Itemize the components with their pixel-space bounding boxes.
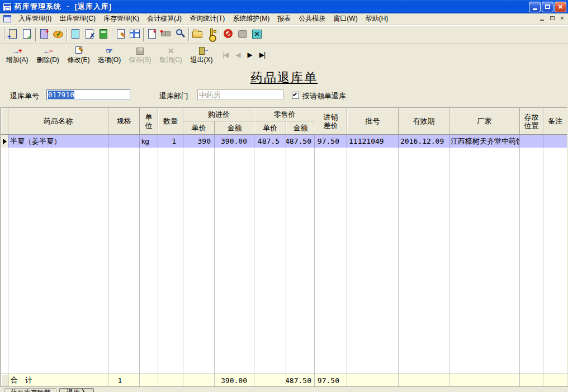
toolbar-drag-handle[interactable] bbox=[3, 29, 4, 41]
footer-empty-cell bbox=[140, 374, 158, 386]
header-qty: 数量 bbox=[158, 108, 183, 134]
find-record-icon[interactable]: ● bbox=[159, 27, 173, 41]
modify-button[interactable]: ✎ 修改(E) bbox=[63, 44, 94, 65]
header-retail-amount: 金额 bbox=[286, 121, 315, 134]
mdi-minimize-button[interactable] bbox=[538, 15, 546, 22]
key-icon[interactable] bbox=[205, 27, 219, 41]
footer-empty-cell bbox=[520, 374, 543, 386]
cell-retail-price[interactable]: 487.5 bbox=[254, 135, 286, 148]
approve-doc-icon[interactable]: ✓ bbox=[20, 27, 34, 41]
delete-button[interactable]: ←− 删除(D) bbox=[32, 44, 63, 65]
header-note: 备注 bbox=[543, 108, 567, 134]
menu-inventory[interactable]: 库存管理(K) bbox=[100, 13, 143, 24]
toolbar-separator bbox=[220, 28, 221, 41]
footer-retail-amount-total: 487.50 bbox=[286, 374, 315, 386]
cell-purchase-price[interactable]: 390 bbox=[183, 135, 215, 148]
menu-report[interactable]: 报表 bbox=[273, 13, 295, 24]
mdi-restore-button[interactable] bbox=[548, 15, 556, 22]
copy-doc-icon[interactable] bbox=[69, 27, 83, 41]
mdi-child-icon bbox=[3, 15, 11, 22]
status-bar: 药品库存预警 退库入库 bbox=[0, 386, 568, 392]
toolbar-separator bbox=[67, 28, 68, 41]
add-record-icon[interactable]: + bbox=[37, 27, 51, 41]
menu-outbound[interactable]: 出库管理(C) bbox=[55, 13, 100, 24]
forbid-icon[interactable] bbox=[222, 27, 236, 41]
mdi-close-button[interactable]: × bbox=[558, 15, 566, 22]
nav-prior-button[interactable]: ◀ bbox=[235, 51, 240, 59]
row-selector-cell bbox=[1, 135, 8, 148]
toolbar-separator bbox=[143, 28, 144, 41]
cell-note[interactable] bbox=[543, 135, 567, 148]
body-column bbox=[158, 148, 183, 374]
close-window-icon[interactable]: ✕ bbox=[250, 27, 264, 41]
cell-maker[interactable]: 江西樟树天齐堂中药饮 bbox=[449, 135, 520, 148]
close-button[interactable]: ✕ bbox=[555, 2, 566, 12]
body-column bbox=[215, 148, 254, 374]
cell-purchase-amount[interactable]: 390.00 bbox=[215, 135, 254, 148]
cell-diff[interactable]: 97.50 bbox=[315, 135, 347, 148]
action-toolbar: →+ 增加(A) ←− 删除(D) ✎ 修改(E) ☞ 选项(O) 保存(S) … bbox=[0, 43, 568, 65]
cell-retail-amount[interactable]: 487.50 bbox=[286, 135, 315, 148]
data-grid-icon[interactable] bbox=[128, 27, 142, 41]
footer-empty-cell bbox=[543, 374, 567, 386]
modify-icon: ✎ bbox=[75, 46, 82, 56]
exit-button[interactable]: 退出(X) bbox=[186, 44, 217, 65]
minimize-button[interactable] bbox=[529, 2, 541, 12]
menu-window[interactable]: 窗口(W) bbox=[329, 13, 361, 24]
current-row-arrow-icon bbox=[3, 139, 7, 144]
footer-purchase-amount-total: 390.00 bbox=[215, 374, 254, 386]
cell-name[interactable]: 半夏（姜半夏） bbox=[8, 135, 108, 148]
menu-maintenance[interactable]: 系统维护(M) bbox=[229, 13, 273, 24]
confirm-icon[interactable]: ✓ bbox=[51, 27, 65, 41]
search-icon[interactable] bbox=[173, 27, 187, 41]
toolbar-separator bbox=[35, 28, 36, 41]
body-column bbox=[399, 148, 449, 374]
open-folder-icon[interactable] bbox=[191, 27, 205, 41]
nav-last-button[interactable]: ▶| bbox=[259, 51, 265, 59]
return-by-request-label: 按请领单退库 bbox=[302, 91, 346, 101]
options-button[interactable]: ☞ 选项(O) bbox=[94, 44, 125, 65]
add-doc-icon[interactable]: + bbox=[145, 27, 159, 41]
cell-spec[interactable] bbox=[108, 135, 140, 148]
tab-return-inbound[interactable]: 退库入库 bbox=[59, 388, 94, 392]
body-column bbox=[140, 148, 158, 374]
save-icon bbox=[136, 46, 144, 56]
nav-next-button[interactable]: ▶ bbox=[248, 51, 252, 59]
body-column bbox=[8, 148, 108, 374]
menu-bar: 入库管理(I) 出库管理(C) 库存管理(K) 会计核算(J) 查询统计(T) … bbox=[0, 13, 568, 25]
cell-qty[interactable]: 1 bbox=[158, 135, 183, 148]
dept-input[interactable]: 中药房 bbox=[197, 89, 283, 100]
new-form-icon[interactable]: + bbox=[6, 27, 20, 41]
footer-empty-cell bbox=[254, 374, 286, 386]
return-by-request-checkbox[interactable]: ✓ bbox=[292, 92, 299, 99]
menu-accounting[interactable]: 会计核算(J) bbox=[143, 13, 186, 24]
footer-selector-cell bbox=[1, 374, 8, 386]
cancel-button[interactable]: ✕ 取消(C) bbox=[155, 44, 186, 65]
cell-storage[interactable] bbox=[520, 135, 543, 148]
order-no-input[interactable]: 017910 bbox=[46, 89, 130, 100]
tab-stock-warning[interactable]: 药品库存预警 bbox=[4, 388, 56, 392]
nav-first-button[interactable]: |◀ bbox=[223, 51, 228, 59]
cancel-doc-icon[interactable]: ✗ bbox=[83, 27, 97, 41]
body-column bbox=[1, 148, 8, 374]
menu-query[interactable]: 查询统计(T) bbox=[186, 13, 229, 24]
menu-inbound[interactable]: 入库管理(I) bbox=[15, 13, 55, 24]
header-spec: 规格 bbox=[108, 108, 140, 134]
menu-common[interactable]: 公共模块 bbox=[295, 13, 329, 24]
table-row[interactable]: 半夏（姜半夏） kg 1 390 390.00 487.5 487.50 97.… bbox=[1, 135, 567, 148]
calculator-icon[interactable] bbox=[97, 27, 111, 41]
footer-empty-cell bbox=[399, 374, 449, 386]
body-column bbox=[347, 148, 399, 374]
header-expiry: 有效期 bbox=[399, 108, 449, 134]
cell-batch[interactable]: 11121049 bbox=[347, 135, 399, 148]
menu-help[interactable]: 帮助(H) bbox=[362, 13, 392, 24]
footer-empty-cell bbox=[183, 374, 215, 386]
restore-button[interactable] bbox=[542, 2, 553, 12]
save-button[interactable]: 保存(S) bbox=[125, 44, 155, 65]
cell-expiry[interactable]: 2016.12.09 bbox=[399, 135, 449, 148]
cell-unit[interactable]: kg bbox=[140, 135, 158, 148]
header-unit: 单位 bbox=[140, 108, 158, 134]
edit-doc-icon[interactable]: ✎ bbox=[114, 27, 128, 41]
stop-icon[interactable] bbox=[236, 27, 250, 41]
add-button[interactable]: →+ 增加(A) bbox=[2, 44, 32, 65]
